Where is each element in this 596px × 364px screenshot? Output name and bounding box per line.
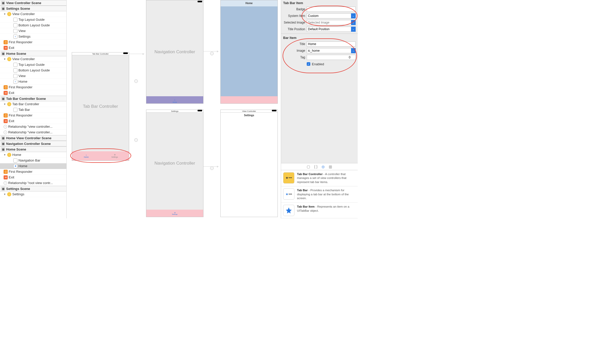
outline-first-responder4[interactable]: ◫ First Responder: [0, 169, 66, 175]
segue-node[interactable]: [210, 52, 214, 55]
scene-header-home[interactable]: ▦ Home Scene: [0, 51, 66, 56]
outline-tabbar[interactable]: Tab Bar: [0, 107, 66, 113]
outline-home-selected[interactable]: ★ Home: [0, 163, 66, 169]
dropdown-arrow-icon[interactable]: ⌄: [351, 48, 356, 53]
library-tab-code-icon[interactable]: { }: [314, 165, 317, 169]
select-title-position[interactable]: [307, 27, 351, 32]
segue-node[interactable]: [134, 79, 138, 83]
input-tag[interactable]: [307, 55, 356, 60]
outline-home-item[interactable]: ‹ Home: [0, 79, 66, 84]
item-label: Tab Bar: [18, 108, 30, 112]
outline-view-controller2[interactable]: ▼ ○ View Controller: [0, 56, 66, 62]
outline-settings-vc[interactable]: ▼ ‹ Settings: [0, 191, 66, 197]
scene-label: Navigation Controller Scene: [6, 142, 51, 146]
segue-node[interactable]: [134, 138, 138, 142]
device-titlebar: Tab Bar Controller: [72, 52, 129, 55]
library-tab-object-icon[interactable]: ◎: [322, 165, 325, 169]
back-icon: ‹: [13, 80, 17, 84]
lib-text: Tab Bar Controller - A controller that m…: [297, 172, 356, 184]
outline-relationship2[interactable]: ○ Relationship "view controller...: [0, 130, 66, 135]
device-home-vc[interactable]: Home: [220, 0, 278, 104]
tab-home[interactable]: ⌂ Home: [72, 151, 100, 160]
dropdown-arrow-icon[interactable]: ⌄: [351, 13, 356, 18]
outline-exit[interactable]: ➜ Exit: [0, 45, 66, 51]
disclosure-icon[interactable]: ▼: [4, 154, 6, 156]
scene-header-nav[interactable]: ▦ Navigation Controller Scene: [0, 141, 66, 146]
disclosure-icon[interactable]: ▼: [4, 103, 6, 105]
scene-header-settings[interactable]: ▦ Settings Scene: [0, 6, 66, 11]
device-view-controller[interactable]: View Controller Settings: [220, 110, 278, 217]
document-outline[interactable]: ▦ View Controller Scene ▦ Settings Scene…: [0, 0, 67, 218]
object-library[interactable]: ★••• Tab Bar Controller - A controller t…: [281, 170, 358, 218]
outline-view-controller[interactable]: ▼ ○ View Controller: [0, 11, 66, 17]
status-bar-icon: [272, 110, 276, 111]
device-nav-controller-top[interactable]: Navigation Controller ⌂ Home: [146, 0, 203, 104]
status-bar-icon: [198, 110, 202, 111]
outline-bottom-layout[interactable]: Bottom Layout Guide: [0, 23, 66, 28]
exit-icon: ➜: [4, 119, 8, 123]
outline-relationship1[interactable]: ○ Relationship "view controller...: [0, 124, 66, 130]
checkbox-enabled[interactable]: ✓: [307, 62, 310, 66]
disclosure-icon[interactable]: ▼: [4, 193, 6, 196]
outline-top-layout2[interactable]: Top Layout Guide: [0, 62, 66, 68]
scene-header-settings2[interactable]: ▦ Settings Scene: [0, 186, 66, 191]
scene-header-home2[interactable]: ▦ Home Scene: [0, 146, 66, 152]
outline-settings-item[interactable]: ‹ Settings: [0, 34, 66, 39]
input-badge[interactable]: [307, 7, 356, 12]
tab-settings[interactable]: ⚙ Settings: [100, 151, 129, 160]
dropdown-arrow-icon[interactable]: ⌄: [351, 27, 356, 32]
storyboard-canvas[interactable]: Tab Bar Controller Tab Bar Controller ⌂ …: [67, 0, 281, 218]
outline-top-layout[interactable]: Top Layout Guide: [0, 17, 66, 23]
row-image: Image ⌄: [281, 47, 358, 54]
vc-center-label: Navigation Controller: [146, 161, 203, 166]
home-navbar: Home: [221, 0, 278, 6]
outline-tabbar-controller[interactable]: ▼ ○ Tab Bar Controller: [0, 101, 66, 107]
row-system-item: System Item ⌄: [281, 13, 358, 19]
disclosure-icon[interactable]: ▼: [4, 58, 6, 60]
outline-exit2[interactable]: ➜ Exit: [0, 90, 66, 96]
library-item-tabbar[interactable]: ★ ••• Tab Bar - Provides a mechanism for…: [281, 186, 358, 203]
scene-header-tabbar[interactable]: ▦ Tab Bar Controller Scene: [0, 96, 66, 101]
device-nav-controller-bottom[interactable]: Settings Navigation Controller ⚙ Setting…: [146, 110, 203, 217]
outline-bottom-layout2[interactable]: Bottom Layout Guide: [0, 68, 66, 73]
outline-first-responder2[interactable]: ◫ First Responder: [0, 84, 66, 90]
vc-icon: ‹: [7, 192, 11, 196]
select-system-item[interactable]: [307, 13, 351, 18]
inspector-panel: Tab Bar Item Badge System Item ⌄ Selecte…: [281, 0, 358, 218]
outline-first-responder[interactable]: ◫ First Responder: [0, 39, 66, 45]
segue-arrow: [203, 166, 219, 167]
scene-header-home-vc[interactable]: ▦ Home View Controller Scene: [0, 135, 66, 141]
scene-icon: ▦: [1, 136, 5, 140]
outline-view[interactable]: View: [0, 28, 66, 34]
outline-exit4[interactable]: ➜ Exit: [0, 175, 66, 180]
star-icon: ★: [13, 164, 17, 168]
scene-header-vc[interactable]: ▦ View Controller Scene: [0, 0, 66, 6]
library-tab-file-icon[interactable]: ▢: [307, 165, 310, 169]
library-item-tabbar-controller[interactable]: ★••• Tab Bar Controller - A controller t…: [281, 170, 358, 187]
input-title[interactable]: [307, 41, 356, 47]
scene-label: View Controller Scene: [6, 1, 41, 5]
scene-label: Settings Scene: [6, 187, 30, 191]
outline-home-vc[interactable]: ▼ ‹ Home: [0, 152, 66, 158]
outline-relationship-root[interactable]: ○ Relationship "root view contr...: [0, 180, 66, 186]
item-label: Relationship "root view contr...: [8, 181, 53, 185]
settings-navbar-title: Settings: [221, 114, 278, 117]
lib-icon-tabbar-controller: ★•••: [283, 172, 294, 184]
library-item-tabbar-item[interactable]: Tab Bar Item - Represents an item on a U…: [281, 203, 358, 218]
library-tab-media-icon[interactable]: ▥: [329, 165, 332, 169]
dropdown-arrow-icon[interactable]: ⌄: [351, 20, 356, 25]
device-tabbar-controller[interactable]: Tab Bar Controller Tab Bar Controller ⌂ …: [72, 52, 129, 161]
relationship-icon: ○: [4, 131, 7, 134]
status-bar-icon: [123, 52, 128, 54]
segue-node[interactable]: [210, 166, 214, 170]
outline-exit3[interactable]: ➜ Exit: [0, 118, 66, 124]
outline-view2[interactable]: View: [0, 73, 66, 79]
disclosure-icon[interactable]: ▼: [4, 13, 6, 15]
outline-first-responder3[interactable]: ◫ First Responder: [0, 113, 66, 118]
navbar-pink: ⚙ Settings: [146, 210, 203, 217]
input-image[interactable]: [307, 48, 351, 53]
outline-navbar[interactable]: Navigation Bar: [0, 158, 66, 163]
input-selected-image[interactable]: [307, 20, 351, 25]
label-badge: Badge: [283, 7, 305, 11]
vc-icon: ○: [7, 12, 11, 16]
